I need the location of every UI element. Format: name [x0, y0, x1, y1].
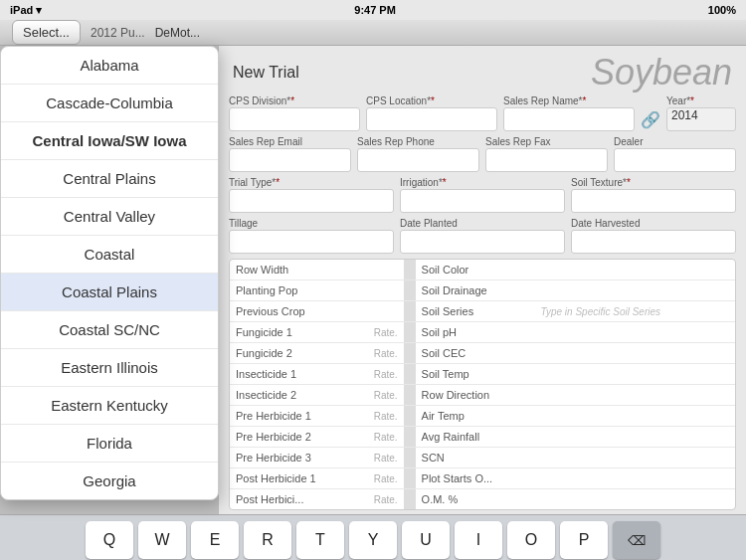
- soil-texture-field: Soil Texture*: [571, 177, 736, 213]
- key-w[interactable]: W: [138, 521, 186, 559]
- sales-rep-name-label: Sales Rep Name*: [503, 95, 635, 106]
- battery-label: 100%: [708, 4, 736, 16]
- fungicide1-rate[interactable]: Rate.: [349, 322, 404, 343]
- soil-temp-value[interactable]: [535, 364, 735, 385]
- soil-color-value[interactable]: [535, 260, 735, 280]
- key-p[interactable]: P: [560, 521, 608, 559]
- pre-herb2-rate[interactable]: Rate.: [349, 427, 404, 448]
- key-q[interactable]: Q: [86, 521, 133, 559]
- key-o[interactable]: O: [507, 521, 555, 559]
- sales-rep-fax-input[interactable]: [485, 148, 608, 172]
- dealer-input[interactable]: [614, 148, 736, 172]
- soil-cec-label: Soil CEC: [416, 343, 535, 364]
- cps-division-input[interactable]: [229, 107, 360, 131]
- sales-rep-email-label: Sales Rep Email: [229, 136, 351, 147]
- soil-temp-label: Soil Temp: [416, 364, 535, 385]
- key-e[interactable]: E: [191, 521, 239, 559]
- key-delete[interactable]: ⌫: [613, 521, 660, 559]
- row-width-value[interactable]: [349, 260, 404, 280]
- soil-color-label: Soil Color: [416, 260, 535, 280]
- dropdown-item-eastern-kentucky[interactable]: Eastern Kentucky: [1, 387, 218, 425]
- scn-label: SCN: [416, 448, 535, 468]
- form-row-3: Trial Type* Irrigation* Soil Texture*: [229, 177, 736, 213]
- dropdown-item-coastal[interactable]: Coastal: [1, 236, 218, 274]
- pre-herb2-label: Pre Herbicide 2: [230, 427, 349, 448]
- dropdown-item-coastal-plains[interactable]: Coastal Plains: [1, 274, 218, 311]
- dropdown-item-georgia[interactable]: Georgia: [1, 463, 218, 499]
- tillage-label: Tillage: [229, 218, 394, 229]
- date-planted-input[interactable]: [400, 230, 565, 254]
- soil-ph-value[interactable]: [535, 322, 735, 343]
- key-t[interactable]: T: [296, 521, 344, 559]
- table-row: Pre Herbicide 3 Rate. SCN: [230, 448, 735, 468]
- irrigation-input[interactable]: [400, 189, 565, 213]
- table-row: Post Herbicide 1 Rate. Plot Starts O...: [230, 468, 735, 489]
- trial-type-field: Trial Type*: [229, 177, 394, 213]
- soil-drainage-value[interactable]: [535, 280, 735, 301]
- post-herb2-label: Post Herbici...: [230, 489, 349, 510]
- plot-starts-value[interactable]: [535, 468, 735, 489]
- air-temp-value[interactable]: [535, 406, 735, 427]
- dropdown-item-florida[interactable]: Florida: [1, 425, 218, 463]
- row-direction-value[interactable]: [535, 385, 735, 406]
- dropdown-item-alabama[interactable]: Alabama: [1, 47, 218, 85]
- row-width-label: Row Width: [230, 260, 349, 280]
- scn-value[interactable]: [535, 448, 735, 468]
- dropdown-item-central-valley[interactable]: Central Valley: [1, 198, 218, 236]
- year-input[interactable]: 2014: [666, 107, 736, 131]
- pre-herb1-rate[interactable]: Rate.: [349, 406, 404, 427]
- air-temp-label: Air Temp: [416, 406, 535, 427]
- tillage-field: Tillage: [229, 218, 394, 254]
- soil-cec-value[interactable]: [535, 343, 735, 364]
- key-y[interactable]: Y: [349, 521, 397, 559]
- om-value[interactable]: [535, 489, 735, 510]
- sales-rep-email-input[interactable]: [229, 148, 351, 172]
- app-header: Select... 2012 Pu... DeMot...: [0, 20, 746, 46]
- date-harvested-input[interactable]: [571, 230, 736, 254]
- dropdown-item-central-plains[interactable]: Central Plains: [1, 160, 218, 198]
- dropdown-item-eastern-illinois[interactable]: Eastern Illinois: [1, 349, 218, 387]
- sales-rep-fax-field: Sales Rep Fax: [485, 136, 608, 172]
- dropdown-item-coastal-sc-nc[interactable]: Coastal SC/NC: [1, 311, 218, 349]
- insecticide2-rate[interactable]: Rate.: [349, 385, 404, 406]
- key-r[interactable]: R: [244, 521, 291, 559]
- new-trial-label: New Trial: [233, 64, 299, 82]
- status-right: 100%: [708, 4, 736, 16]
- key-i[interactable]: I: [455, 521, 502, 559]
- app-container: Select... 2012 Pu... DeMot... Conta... 2…: [0, 20, 746, 560]
- post-herb1-rate[interactable]: Rate.: [349, 468, 404, 489]
- form-header: New Trial Soybean: [219, 46, 746, 95]
- fungicide2-rate[interactable]: Rate.: [349, 343, 404, 364]
- select-button[interactable]: Select...: [12, 20, 81, 45]
- om-label: O.M. %: [416, 489, 535, 510]
- dropdown-item-cascade-columbia[interactable]: Cascade-Columbia: [1, 85, 218, 122]
- main-form: New Trial Soybean CPS Division* CPS Loca…: [219, 46, 746, 514]
- soil-texture-label: Soil Texture*: [571, 177, 736, 188]
- insecticide1-rate[interactable]: Rate.: [349, 364, 404, 385]
- sales-rep-phone-input[interactable]: [357, 148, 479, 172]
- link-icon: 🔗: [641, 107, 660, 131]
- soil-ph-label: Soil pH: [416, 322, 535, 343]
- key-u[interactable]: U: [402, 521, 450, 559]
- dropdown-item-central-iowa[interactable]: Central Iowa/SW Iowa: [1, 122, 218, 160]
- form-row-2: Sales Rep Email Sales Rep Phone Sales Re…: [229, 136, 736, 172]
- table-row: Insecticide 1 Rate. Soil Temp: [230, 364, 735, 385]
- soil-series-placeholder[interactable]: Type in Specific Soil Series: [535, 301, 735, 322]
- sales-rep-email-field: Sales Rep Email: [229, 136, 351, 172]
- planting-pop-value[interactable]: [349, 280, 404, 301]
- pre-herb1-label: Pre Herbicide 1: [230, 406, 349, 427]
- sales-rep-name-input[interactable]: [503, 107, 635, 131]
- table-row: Pre Herbicide 1 Rate. Air Temp: [230, 406, 735, 427]
- previous-crop-value[interactable]: [349, 301, 404, 322]
- cps-location-input[interactable]: [366, 107, 497, 131]
- pre-herb3-rate[interactable]: Rate.: [349, 448, 404, 468]
- table-row: Planting Pop Soil Drainage: [230, 280, 735, 301]
- year-field: Year* 2014: [666, 95, 736, 131]
- dealer-field: Dealer: [614, 136, 736, 172]
- soil-texture-input[interactable]: [571, 189, 736, 213]
- avg-rainfall-value[interactable]: [535, 427, 735, 448]
- post-herb2-rate[interactable]: Rate.: [349, 489, 404, 510]
- trial-type-input[interactable]: [229, 189, 394, 213]
- tillage-input[interactable]: [229, 230, 394, 254]
- soil-drainage-label: Soil Drainage: [416, 280, 535, 301]
